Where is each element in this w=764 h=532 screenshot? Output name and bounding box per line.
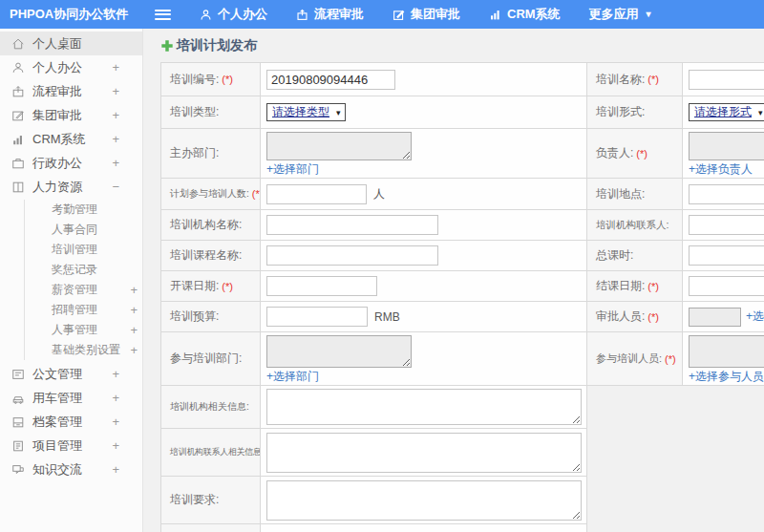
- planned-count-input[interactable]: [266, 184, 367, 204]
- select-approver-link[interactable]: +选择审批人员: [746, 309, 764, 325]
- row-org-info: 培训机构相关信息:: [161, 385, 586, 428]
- sidebar-item-knowledge[interactable]: 知识交流 +: [0, 458, 142, 481]
- org-contact-input[interactable]: [689, 215, 764, 235]
- sidebar-item-flow-approval[interactable]: 流程审批 +: [0, 79, 142, 103]
- expand-icon[interactable]: +: [112, 462, 119, 477]
- expand-icon[interactable]: +: [112, 60, 119, 74]
- app-window: PHPOA协同办公软件 个人办公 流程审批 集团审批 CRM系统 更多应用 ▾: [0, 0, 764, 532]
- row-approver: 审批人员:(*) +选择审批人员: [587, 301, 764, 331]
- nav-flow-approval[interactable]: 流程审批: [296, 6, 364, 23]
- org-contact-info-textarea[interactable]: [266, 433, 582, 473]
- join-dept-textarea[interactable]: [266, 335, 412, 368]
- expand-icon[interactable]: +: [130, 283, 138, 297]
- select-dept-link[interactable]: +选择部门: [266, 369, 319, 385]
- nav-group-approval[interactable]: 集团审批: [393, 6, 460, 23]
- sidebar-item-hr-contract[interactable]: 人事合同: [25, 220, 142, 240]
- org-info-textarea[interactable]: [266, 389, 582, 425]
- nav-crm[interactable]: CRM系统: [489, 6, 561, 23]
- row-org-contact-info: 培训机构联系人相关信息:: [161, 428, 586, 476]
- row-training-req: 培训要求:: [161, 476, 586, 523]
- required-mark: (*): [647, 74, 659, 85]
- approver-input[interactable]: [689, 308, 741, 327]
- training-type-select[interactable]: 请选择类型 ▾: [266, 103, 346, 121]
- budget-input[interactable]: [266, 307, 368, 327]
- caret-down-icon: ▾: [647, 10, 651, 19]
- collapse-icon[interactable]: −: [112, 180, 119, 194]
- expand-icon[interactable]: +: [112, 84, 119, 98]
- row-attachment: 附件文档: +附件上传: [161, 523, 586, 532]
- training-form-select[interactable]: 请选择形式 ▾: [689, 103, 764, 121]
- sidebar-item-reward[interactable]: 奖惩记录: [25, 260, 142, 280]
- sidebar-item-project[interactable]: 项目管理 +: [0, 434, 142, 458]
- required-mark: (*): [252, 188, 261, 200]
- sidebar-item-personnel[interactable]: 人事管理 +: [25, 320, 142, 340]
- expand-icon[interactable]: +: [112, 391, 119, 405]
- menu-icon[interactable]: [155, 10, 171, 20]
- host-dept-textarea[interactable]: [266, 132, 412, 160]
- expand-icon[interactable]: +: [112, 438, 119, 453]
- row-training-name: 培训名称:(*): [587, 63, 764, 96]
- row-planned-count: 计划参与培训人数:(*) 人: [161, 178, 586, 209]
- sidebar-item-crm[interactable]: CRM系统 +: [0, 127, 142, 151]
- sidebar-item-hr[interactable]: 人力资源 −: [0, 175, 142, 199]
- briefcase-icon: [11, 157, 25, 170]
- sidebar-item-personal-desktop[interactable]: 个人桌面: [0, 32, 142, 55]
- participants-textarea[interactable]: [689, 335, 764, 368]
- row-total-hours: 总课时:: [587, 240, 764, 270]
- sidebar-item-attendance[interactable]: 考勤管理: [25, 200, 142, 220]
- expand-icon[interactable]: +: [130, 303, 138, 317]
- required-mark: (*): [222, 281, 233, 292]
- nav-more-apps[interactable]: 更多应用 ▾: [589, 6, 651, 23]
- select-dept-link[interactable]: +选择部门: [266, 161, 319, 178]
- select-participants-link[interactable]: +选择参与人员: [689, 369, 764, 385]
- training-no-input[interactable]: [266, 70, 395, 90]
- expand-icon[interactable]: +: [130, 323, 138, 337]
- sidebar-item-vehicle[interactable]: 用车管理 +: [0, 386, 142, 410]
- start-date-input[interactable]: [266, 276, 377, 296]
- select-leader-link[interactable]: +选择负责人: [689, 161, 753, 178]
- end-date-input[interactable]: [689, 276, 764, 296]
- required-mark: (*): [665, 353, 676, 365]
- sidebar-item-admin-office[interactable]: 行政办公 +: [0, 151, 142, 175]
- expand-icon[interactable]: +: [112, 108, 119, 122]
- course-name-input[interactable]: [266, 245, 438, 266]
- chart-icon: [11, 133, 25, 146]
- row-training-no: 培训编号:(*): [161, 63, 586, 96]
- car-icon: [11, 392, 25, 405]
- total-hours-input[interactable]: [689, 245, 764, 266]
- row-training-form: 培训形式: 请选择形式 ▾: [587, 96, 764, 128]
- sidebar-item-training[interactable]: 培训管理: [25, 240, 142, 260]
- archive-icon: [11, 415, 25, 429]
- training-name-input[interactable]: [689, 70, 764, 90]
- hr-submenu: 考勤管理 人事合同 培训管理 奖惩记录 薪资管理 + 招聘管理 +: [24, 200, 142, 360]
- expand-icon[interactable]: +: [112, 415, 119, 429]
- sidebar-item-salary[interactable]: 薪资管理 +: [25, 280, 142, 300]
- leader-textarea[interactable]: [689, 132, 764, 160]
- plus-icon: [160, 39, 174, 53]
- form-left-table: 培训编号:(*) 培训类型: 请选择类型 ▾ 主办部门:: [160, 62, 587, 532]
- expand-icon[interactable]: +: [130, 343, 138, 357]
- sidebar-item-base-category[interactable]: 基础类别设置 +: [25, 340, 142, 360]
- expand-icon[interactable]: +: [112, 156, 119, 170]
- page-title: 培训计划发布: [160, 37, 764, 54]
- row-org-name: 培训机构名称:: [161, 209, 586, 240]
- nav-personal-office[interactable]: 个人办公: [200, 6, 267, 23]
- training-req-textarea[interactable]: [266, 480, 582, 521]
- required-mark: (*): [647, 281, 659, 292]
- user-icon: [200, 9, 212, 21]
- row-leader: 负责人:(*) +选择负责人: [587, 128, 764, 178]
- row-course-name: 培训课程名称:: [161, 240, 586, 270]
- org-name-input[interactable]: [266, 215, 438, 235]
- sidebar-item-archive[interactable]: 档案管理 +: [0, 410, 142, 434]
- app-logo: PHPOA协同办公软件: [0, 6, 143, 23]
- edit-icon: [11, 109, 25, 122]
- sidebar-item-recruit[interactable]: 招聘管理 +: [25, 300, 142, 320]
- expand-icon[interactable]: +: [112, 367, 119, 381]
- location-input[interactable]: [689, 184, 764, 204]
- sidebar-item-personal-office[interactable]: 个人办公 +: [0, 55, 142, 79]
- doc-icon: [11, 368, 25, 381]
- expand-icon[interactable]: +: [112, 132, 119, 146]
- top-bar: PHPOA协同办公软件 个人办公 流程审批 集团审批 CRM系统 更多应用 ▾: [0, 0, 764, 29]
- sidebar-item-official-doc[interactable]: 公文管理 +: [0, 362, 142, 386]
- sidebar-item-group-approval[interactable]: 集团审批 +: [0, 103, 142, 127]
